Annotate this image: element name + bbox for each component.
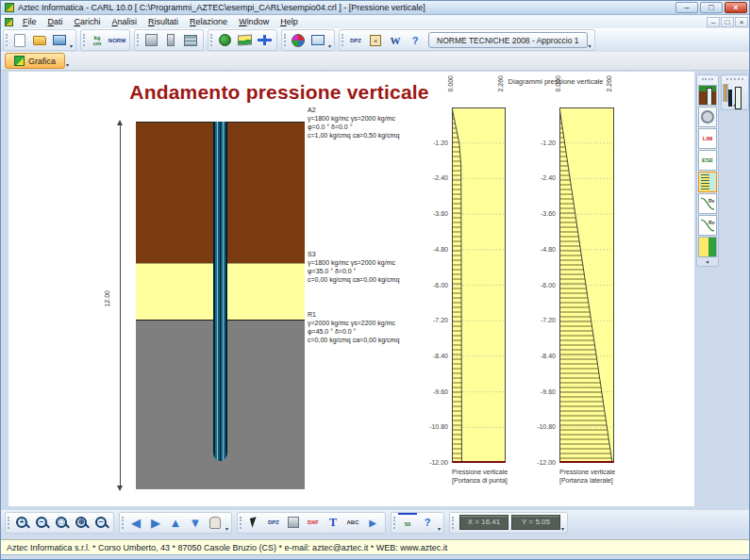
pan-down-icon[interactable]: ▼ bbox=[186, 513, 205, 532]
new-window-icon[interactable] bbox=[308, 31, 327, 50]
options-wheel-icon[interactable] bbox=[289, 31, 308, 50]
norme-selector[interactable]: NORME TECNICHE 2008 - Approccio 1 bbox=[428, 32, 588, 48]
diagram-caption-laterale: Pressione verticale [Portanza laterale] bbox=[559, 469, 654, 485]
minimize-button[interactable]: – bbox=[675, 2, 698, 13]
save-icon[interactable] bbox=[50, 31, 69, 50]
child-minimize-button[interactable]: – bbox=[707, 17, 720, 27]
depth-tick-label: -6.00 bbox=[524, 282, 556, 288]
zoom-out-icon[interactable]: − bbox=[32, 513, 51, 532]
layer-prop-line: φ=35.0 ° δ=0.0 ° bbox=[308, 267, 449, 275]
help2-icon[interactable]: ? bbox=[418, 513, 437, 532]
menu-window[interactable]: Window bbox=[233, 17, 275, 26]
help-icon[interactable]: ? bbox=[406, 31, 425, 50]
tab-grafica[interactable]: Grafica bbox=[5, 53, 65, 69]
company-info: Aztec Informatica s.r.l. * Corso Umberto… bbox=[1, 543, 447, 552]
grafica-icon bbox=[14, 56, 25, 66]
new-document-icon[interactable] bbox=[10, 31, 29, 50]
word-export-icon[interactable]: W bbox=[386, 31, 405, 50]
layer-prop-line: γ=1800 kg/mc γs=2000 kg/mc bbox=[308, 114, 449, 123]
view-toolbar: ▾ bbox=[721, 74, 749, 110]
axis-label-min: 0.000 bbox=[447, 75, 454, 92]
group-overflow-chevron[interactable]: ▾ bbox=[438, 525, 441, 532]
save-image-icon[interactable] bbox=[284, 513, 303, 532]
load-settlement-rv-icon[interactable]: Rv bbox=[698, 193, 717, 214]
menu-risultati[interactable]: Risultati bbox=[142, 17, 184, 26]
zoom-previous-icon[interactable]: − bbox=[92, 513, 110, 532]
depth-tick-label: -4.80 bbox=[416, 246, 448, 253]
norme-selector-chevron[interactable]: ▾ bbox=[589, 42, 592, 49]
ese-results-icon[interactable]: ESE bbox=[698, 150, 717, 171]
depth-tick-label: -6.00 bbox=[416, 282, 448, 288]
spellcheck-icon[interactable]: ABC bbox=[343, 513, 362, 532]
pressure-diagram-icon[interactable] bbox=[698, 172, 717, 192]
axis-label-min: 0.000 bbox=[555, 75, 561, 92]
zoom-extents-icon[interactable]: ⊕ bbox=[72, 513, 91, 532]
scale-toolbar-group: 50 ? ▾ bbox=[391, 512, 444, 534]
depth-tick-label: -8.40 bbox=[416, 353, 448, 359]
soil-label-a2: A2 γ=1800 kg/mc γs=2000 kg/mc φ=0.0 ° δ=… bbox=[308, 106, 449, 140]
restore-button[interactable]: □ bbox=[700, 2, 723, 13]
save-dpz-icon[interactable]: DPZ bbox=[264, 513, 283, 532]
main-toolbar: ▾ kgcm NORM ▾ DPZ × W ? NORME TECNICHE 2… bbox=[1, 28, 750, 52]
rail-overflow-chevron[interactable]: ▾ bbox=[698, 258, 717, 265]
select-cursor-icon[interactable] bbox=[244, 513, 263, 532]
depth-tick-label: -2.40 bbox=[524, 174, 556, 181]
open-folder-icon[interactable] bbox=[30, 31, 49, 50]
pan-hand-icon[interactable] bbox=[206, 513, 225, 532]
soil-layers-icon[interactable] bbox=[235, 31, 254, 50]
load-line-icon[interactable] bbox=[255, 31, 274, 50]
group-overflow-chevron[interactable]: ▾ bbox=[561, 525, 564, 532]
menu-help[interactable]: Help bbox=[275, 17, 304, 26]
layer-prop-line: φ=0.0 ° δ=0.0 ° bbox=[308, 123, 449, 131]
zoom-window-icon[interactable]: □ bbox=[52, 513, 71, 532]
depth-tick-label: -12.00 bbox=[524, 459, 556, 466]
norme-icon[interactable]: NORM bbox=[108, 31, 126, 50]
tab-overflow-chevron[interactable]: ▾ bbox=[66, 61, 69, 68]
child-restore-button[interactable]: □ bbox=[721, 17, 734, 27]
load-settlement-ro-icon[interactable]: Ro bbox=[698, 215, 717, 236]
menu-analisi[interactable]: Analisi bbox=[107, 17, 143, 26]
dpz-export-icon[interactable]: DPZ bbox=[346, 31, 365, 50]
pile-geometry-icon[interactable] bbox=[161, 31, 180, 50]
export-dxf-icon[interactable]: DXF bbox=[304, 513, 323, 532]
diagram-caption-punta: Pressione verticale [Portanza di punta] bbox=[452, 469, 546, 485]
menu-relazione[interactable]: Relazione bbox=[184, 17, 233, 26]
tab-grafica-label: Grafica bbox=[28, 57, 56, 66]
pan-left-icon[interactable]: ◀ bbox=[126, 513, 145, 532]
soil-label-r1: R1 γ=2000 kg/mc γs=2200 kg/mc φ=45.0 ° δ… bbox=[308, 310, 449, 344]
stratigraphy-icon[interactable] bbox=[181, 31, 200, 50]
layer-prop-line: γ=1800 kg/mc γs=2000 kg/mc bbox=[308, 258, 449, 267]
menu-carichi[interactable]: Carichi bbox=[69, 17, 107, 26]
pile-section-icon[interactable] bbox=[698, 85, 717, 106]
pan-up-icon[interactable]: ▲ bbox=[166, 513, 185, 532]
settlement-chart-icon[interactable] bbox=[698, 237, 717, 257]
text-tool-icon[interactable]: T bbox=[324, 513, 342, 532]
lim-results-icon[interactable]: LIM bbox=[698, 128, 717, 149]
history-icon[interactable]: × bbox=[366, 31, 385, 50]
zoom-in-icon[interactable]: + bbox=[12, 513, 31, 532]
units-icon[interactable]: kgcm bbox=[88, 31, 107, 50]
data-toolbar-group bbox=[134, 29, 204, 51]
child-close-button[interactable]: × bbox=[735, 17, 748, 27]
document-icon[interactable] bbox=[5, 18, 13, 26]
vegetation-icon[interactable] bbox=[215, 31, 234, 50]
menu-file[interactable]: File bbox=[17, 17, 42, 26]
results-toolbar: LIM ESE Rv Ro ▾ bbox=[696, 74, 719, 267]
redraw-brush-icon[interactable]: ▶ bbox=[363, 513, 382, 532]
status-bar: Aztec Informatica s.r.l. * Corso Umberto… bbox=[1, 539, 750, 555]
svg-text:Ro: Ro bbox=[708, 220, 715, 225]
depth-tick-label: -3.60 bbox=[416, 210, 448, 217]
scale-icon[interactable]: 50 bbox=[398, 513, 417, 532]
group-overflow-chevron[interactable]: ▾ bbox=[328, 42, 331, 49]
close-button[interactable]: × bbox=[725, 2, 747, 13]
pressure-diagram-chart bbox=[452, 107, 506, 463]
pan-right-icon[interactable]: ▶ bbox=[146, 513, 165, 532]
embankment-view-icon[interactable] bbox=[726, 84, 728, 102]
group-overflow-chevron[interactable]: ▾ bbox=[225, 525, 228, 532]
group-overflow-chevron[interactable]: ▾ bbox=[70, 42, 73, 49]
pile-driver-icon[interactable] bbox=[142, 31, 160, 50]
depth-tick-label: -10.80 bbox=[416, 423, 448, 430]
menu-dati[interactable]: Dati bbox=[42, 17, 69, 26]
pressure-diagram-chart bbox=[559, 107, 614, 463]
circle-section-icon[interactable] bbox=[698, 107, 717, 127]
